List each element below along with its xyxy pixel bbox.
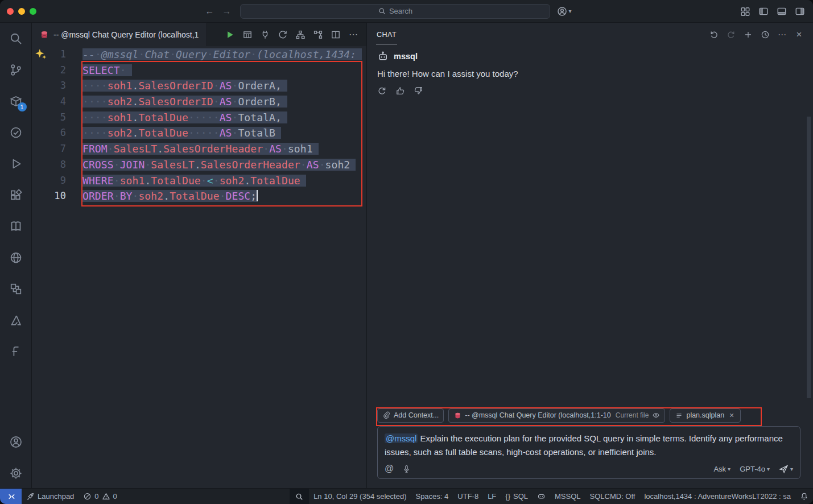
code-line[interactable]: 3····soh1.SalesOrderID·AS·OrderA, bbox=[32, 78, 366, 94]
notebooks-icon[interactable] bbox=[9, 220, 23, 233]
more-actions-icon[interactable]: ⋯ bbox=[348, 30, 358, 40]
accounts-icon[interactable] bbox=[9, 435, 23, 449]
send-button[interactable]: ▾ bbox=[779, 464, 793, 474]
remove-attachment-icon[interactable]: × bbox=[728, 411, 736, 419]
settings-gear-icon[interactable] bbox=[9, 466, 23, 480]
cursor-position-item[interactable]: Ln 10, Col 29 (354 selected) bbox=[309, 489, 411, 504]
code-text[interactable]: ····soh2.TotalDue·····AS·TotalB bbox=[66, 125, 281, 141]
navigate-forward-icon[interactable]: → bbox=[222, 6, 231, 16]
parse-schema-icon[interactable] bbox=[295, 30, 306, 40]
code-line[interactable]: 9WHERE·soh1.TotalDue·<·soh2.TotalDue bbox=[32, 173, 366, 189]
code-text[interactable]: CROSS·JOIN·SalesLT.SalesOrderHeader·AS·s… bbox=[66, 157, 356, 173]
eye-icon[interactable] bbox=[652, 411, 660, 419]
copilot-status-item[interactable] bbox=[533, 489, 550, 504]
chat-mode-dropdown[interactable]: Ask ▾ bbox=[713, 465, 731, 473]
code-text[interactable]: WHERE·soh1.TotalDue·<·soh2.TotalDue bbox=[66, 173, 306, 189]
code-text[interactable]: ····soh2.SalesOrderID·AS·OrderB, bbox=[66, 94, 287, 110]
results-grid-icon[interactable] bbox=[242, 30, 253, 40]
eol-item[interactable]: LF bbox=[483, 489, 501, 504]
run-query-button[interactable] bbox=[225, 30, 235, 40]
source-control-icon[interactable] bbox=[9, 63, 23, 77]
azure-icon[interactable] bbox=[9, 313, 23, 327]
close-panel-icon[interactable]: × bbox=[794, 30, 804, 39]
toggle-secondary-sidebar-icon[interactable] bbox=[795, 6, 805, 16]
code-line[interactable]: 1--·@mssql·Chat·Query·Editor·(localhost,… bbox=[32, 47, 366, 63]
close-window-button[interactable] bbox=[7, 8, 14, 15]
sqlcmd-status-item[interactable]: SQLCMD: Off bbox=[585, 489, 640, 504]
remote-explorer-icon[interactable] bbox=[9, 282, 23, 296]
tab-mssql-chat-query-editor[interactable]: -- @mssql Chat Query Editor (localhost,1 bbox=[32, 23, 207, 46]
add-context-button[interactable]: Add Context... bbox=[377, 408, 444, 423]
line-number[interactable]: 8 bbox=[32, 157, 66, 173]
code-line[interactable]: 7FROM·SalesLT.SalesOrderHeader·AS·soh1 bbox=[32, 141, 366, 157]
zoom-window-button[interactable] bbox=[30, 8, 36, 15]
attached-plan-chip[interactable]: plan.sqlplan × bbox=[670, 408, 741, 423]
code-editor[interactable]: 1--·@mssql·Chat·Query·Editor·(localhost,… bbox=[32, 46, 366, 488]
github-icon[interactable] bbox=[9, 251, 23, 265]
attached-file-chip[interactable]: -- @mssql Chat Query Editor (localhost,1… bbox=[448, 408, 665, 423]
line-number[interactable]: 9 bbox=[32, 173, 66, 189]
mention-button[interactable]: @ bbox=[385, 464, 394, 474]
zoom-status-item[interactable] bbox=[290, 489, 309, 504]
language-mode-item[interactable]: {} SQL bbox=[501, 489, 533, 504]
line-number[interactable]: 6 bbox=[32, 125, 66, 141]
run-debug-icon[interactable] bbox=[9, 157, 23, 171]
toggle-panel-icon[interactable] bbox=[777, 6, 787, 16]
query-plan-icon[interactable] bbox=[313, 30, 323, 40]
connection-status-item[interactable]: localhost,1434 : AdventureWorksLT2022 : … bbox=[639, 489, 795, 504]
code-text[interactable]: FROM·SalesLT.SalesOrderHeader·AS·soh1 bbox=[66, 141, 319, 157]
more-actions-icon[interactable]: ⋯ bbox=[777, 30, 787, 39]
thumbs-down-icon[interactable] bbox=[414, 86, 423, 96]
chat-scrollbar[interactable] bbox=[807, 117, 811, 398]
line-number[interactable]: 7 bbox=[32, 141, 66, 157]
line-number[interactable]: 2 bbox=[32, 63, 66, 79]
thumbs-up-icon[interactable] bbox=[395, 86, 405, 96]
tab-chat[interactable]: CHAT bbox=[376, 24, 397, 44]
code-line[interactable]: 6····soh2.TotalDue·····AS·TotalB bbox=[32, 125, 366, 141]
encoding-item[interactable]: UTF-8 bbox=[453, 489, 483, 504]
code-text[interactable]: --·@mssql·Chat·Query·Editor·(localhost,1… bbox=[66, 47, 362, 63]
chat-history-icon[interactable] bbox=[760, 30, 770, 39]
undo-edit-icon[interactable] bbox=[709, 30, 719, 39]
launchpad-status-item[interactable]: Launchpad bbox=[22, 489, 79, 504]
testing-icon[interactable] bbox=[9, 126, 23, 139]
redo-edit-icon[interactable] bbox=[726, 30, 736, 39]
navigate-back-icon[interactable]: ← bbox=[205, 6, 214, 16]
model-picker-dropdown[interactable]: GPT-4o ▾ bbox=[740, 465, 770, 473]
code-line[interactable]: 5····soh1.TotalDue·····AS·TotalA, bbox=[32, 110, 366, 126]
line-number[interactable]: 5 bbox=[32, 110, 66, 126]
microphone-icon[interactable] bbox=[402, 465, 411, 473]
line-number[interactable]: 3 bbox=[32, 78, 66, 94]
code-text[interactable]: ····soh1.SalesOrderID·AS·OrderA, bbox=[66, 78, 287, 94]
line-number[interactable]: 10 bbox=[32, 188, 66, 204]
change-connection-icon[interactable] bbox=[260, 30, 270, 40]
code-line[interactable]: 2SELECT· bbox=[32, 63, 366, 79]
account-menu[interactable]: ▾ bbox=[557, 6, 571, 16]
regenerate-icon[interactable] bbox=[377, 86, 387, 96]
problems-status-item[interactable]: 0 0 bbox=[79, 489, 121, 504]
code-line[interactable]: 4····soh2.SalesOrderID·AS·OrderB, bbox=[32, 94, 366, 110]
chat-input-text[interactable]: @mssql Explain the execution plan for th… bbox=[385, 432, 793, 458]
new-chat-icon[interactable] bbox=[743, 30, 753, 39]
command-center-search[interactable]: Search bbox=[240, 4, 550, 19]
line-number[interactable]: 4 bbox=[32, 94, 66, 110]
object-explorer-icon[interactable]: 1 bbox=[9, 94, 23, 108]
mssql-mention-chip[interactable]: @mssql bbox=[385, 433, 418, 443]
chat-input-box[interactable]: @mssql Explain the execution plan for th… bbox=[377, 426, 800, 479]
toggle-primary-sidebar-icon[interactable] bbox=[758, 6, 769, 16]
indentation-item[interactable]: Spaces: 4 bbox=[411, 489, 453, 504]
estimated-plan-icon[interactable] bbox=[278, 30, 288, 40]
code-text[interactable]: ORDER·BY·soh2.TotalDue·DESC; bbox=[66, 188, 258, 204]
notifications-item[interactable] bbox=[795, 489, 813, 504]
mssql-status-item[interactable]: MSSQL bbox=[550, 489, 585, 504]
customize-layout-icon[interactable] bbox=[740, 6, 750, 16]
code-line[interactable]: 10ORDER·BY·soh2.TotalDue·DESC; bbox=[32, 188, 366, 204]
split-editor-icon[interactable] bbox=[331, 30, 341, 40]
functions-icon[interactable] bbox=[9, 345, 23, 358]
code-text[interactable]: SELECT· bbox=[66, 63, 132, 79]
copilot-sparkle-icon[interactable] bbox=[35, 48, 47, 60]
code-line[interactable]: 8CROSS·JOIN·SalesLT.SalesOrderHeader·AS·… bbox=[32, 157, 366, 173]
code-text[interactable]: ····soh1.TotalDue·····AS·TotalA, bbox=[66, 110, 287, 126]
extensions-icon[interactable] bbox=[9, 188, 23, 202]
search-icon[interactable] bbox=[9, 32, 23, 46]
